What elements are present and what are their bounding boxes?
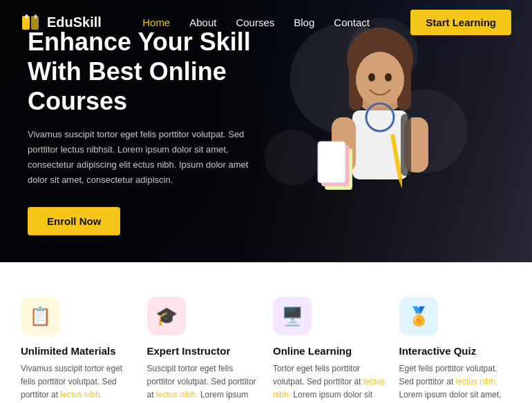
nav-link-about[interactable]: About [189,17,216,28]
feature-link-learning[interactable]: lectus nibh. [273,377,385,400]
nav-item-contact[interactable]: Contact [334,17,370,29]
nav-item-home[interactable]: Home [142,17,170,29]
feature-icon-materials: 📋 [21,297,59,335]
feature-interactive-quiz: 🏅 Interactive Quiz Eget felis porttitor … [399,297,512,403]
nav-link-home[interactable]: Home [142,17,170,28]
feature-desc-instructor: Suscipit tortor eget felis porttitor vol… [147,362,260,403]
hero-description: Vivamus suscipit tortor eget felis portt… [28,127,263,188]
navbar: EduSkill Home About Courses Blog Contact… [0,0,532,45]
feature-unlimited-materials: 📋 Unlimited Materials Vivamus suscipit t… [21,297,133,403]
feature-icon-learning: 🖥️ [273,297,312,335]
nav-item-blog[interactable]: Blog [294,17,314,29]
svg-rect-2 [26,14,28,19]
learning-icon: 🖥️ [281,306,303,327]
logo-icon [21,13,41,32]
logo-text: EduSkill [47,14,102,30]
feature-title-materials: Unlimited Materials [21,345,133,357]
instructor-icon: 🎓 [155,306,178,327]
feature-link-materials[interactable]: lectus nibh. [60,390,102,400]
feature-expert-instructor: 🎓 Expert Instructor Suscipit tortor eget… [147,297,260,403]
feature-desc-learning: Tortor eget felis porttitor volutpat. Se… [273,362,386,403]
feature-title-learning: Online Learning [273,345,386,357]
feature-online-learning: 🖥️ Online Learning Tortor eget felis por… [273,297,386,403]
feature-desc-quiz: Eget felis porttitor volutpat. Sed portt… [399,362,512,403]
start-learning-button[interactable]: Start Learning [410,10,511,35]
feature-link-instructor[interactable]: lectus nibh. [156,390,198,400]
svg-rect-3 [35,14,37,19]
nav-link-courses[interactable]: Courses [236,17,274,28]
quiz-icon: 🏅 [408,306,430,327]
feature-icon-instructor: 🎓 [147,297,186,335]
feature-link-quiz[interactable]: lectus nibh. [456,377,498,386]
feature-title-quiz: Interactive Quiz [399,345,512,357]
feature-title-instructor: Expert Instructor [147,345,260,357]
nav-link-blog[interactable]: Blog [294,17,314,28]
nav-links: Home About Courses Blog Contact [142,17,370,29]
hero-content: Enhance Your Skill With Best Online Cour… [0,27,290,236]
materials-icon: 📋 [29,306,51,327]
nav-item-about[interactable]: About [189,17,216,29]
logo: EduSkill [21,13,102,32]
features-section: 📋 Unlimited Materials Vivamus suscipit t… [0,262,532,403]
feature-icon-quiz: 🏅 [399,297,438,335]
enroll-now-button[interactable]: Enroll Now [28,207,120,235]
nav-link-contact[interactable]: Contact [334,17,370,28]
nav-item-courses[interactable]: Courses [236,17,274,29]
feature-desc-materials: Vivamus suscipit tortor eget felis portt… [21,362,133,402]
